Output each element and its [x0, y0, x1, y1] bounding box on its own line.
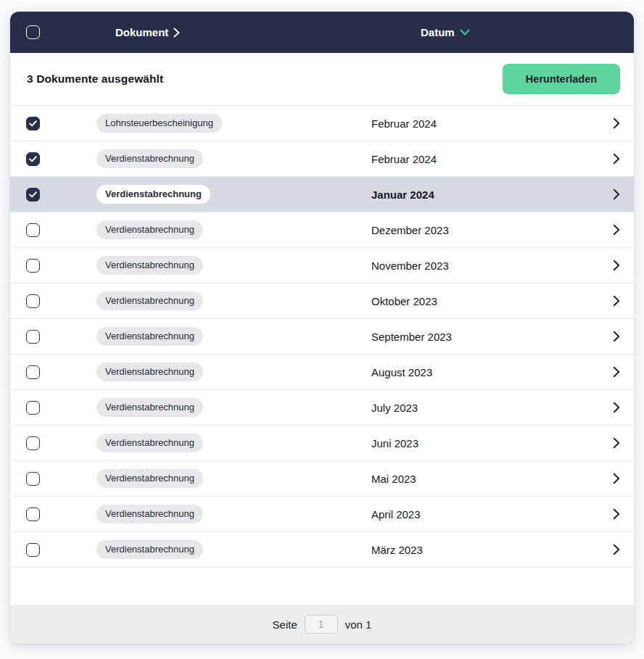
- pagination-von-label: von 1: [345, 618, 372, 631]
- row-date: Januar 2024: [371, 188, 599, 201]
- table-row[interactable]: Verdienstabrechnung Juni 2023: [10, 426, 634, 461]
- table-row[interactable]: Lohnsteuerbescheinigung Februar 2024: [10, 106, 634, 141]
- document-type-badge: Lohnsteuerbescheinigung: [96, 114, 222, 133]
- column-header-dokument[interactable]: Dokument: [115, 12, 180, 53]
- document-type-badge: Verdienstabrechnung: [96, 434, 203, 452]
- document-type-badge: Verdienstabrechnung: [96, 220, 203, 239]
- selection-bar: 3 Dokumente ausgewählt Herunterladen: [10, 53, 634, 106]
- row-date: Mai 2023: [371, 473, 599, 485]
- document-table-body: Lohnsteuerbescheinigung Februar 2024 Ver…: [10, 106, 634, 568]
- column-header-datum-label: Datum: [421, 26, 455, 38]
- row-date: July 2023: [371, 402, 599, 414]
- row-checkbox[interactable]: [26, 117, 40, 130]
- table-header: Dokument Datum: [10, 12, 634, 53]
- table-row[interactable]: Verdienstabrechnung Januar 2024: [10, 177, 634, 212]
- row-date: Oktober 2023: [371, 295, 599, 307]
- documents-panel: Dokument Datum 3 Dokumente ausgewählt He…: [10, 12, 634, 644]
- row-date: September 2023: [371, 331, 599, 343]
- document-type-badge: Verdienstabrechnung: [96, 398, 203, 417]
- selection-count-text: 3 Dokumente ausgewählt: [27, 72, 163, 86]
- row-date: April 2023: [371, 508, 599, 521]
- row-date: Juni 2023: [371, 437, 599, 449]
- chevron-right-icon[interactable]: [613, 331, 620, 342]
- chevron-right-icon[interactable]: [613, 260, 620, 271]
- chevron-right-icon[interactable]: [613, 437, 620, 449]
- chevron-right-icon[interactable]: [613, 366, 620, 378]
- chevron-right-icon[interactable]: [613, 473, 620, 484]
- row-checkbox[interactable]: [26, 543, 40, 557]
- row-chevron-cell: [599, 295, 634, 307]
- row-checkbox[interactable]: [26, 472, 40, 486]
- row-checkbox-cell: [10, 294, 96, 308]
- row-checkbox[interactable]: [26, 294, 40, 308]
- row-chevron-cell: [599, 508, 634, 520]
- row-date: November 2023: [371, 260, 599, 272]
- row-checkbox[interactable]: [26, 152, 40, 166]
- chevron-right-icon[interactable]: [613, 224, 620, 236]
- row-chevron-cell: [599, 188, 634, 200]
- table-row[interactable]: Verdienstabrechnung März 2023: [10, 532, 634, 568]
- row-chevron-cell: [599, 366, 634, 378]
- row-checkbox-cell: [10, 543, 96, 557]
- row-checkbox-cell: [10, 259, 96, 273]
- table-row[interactable]: Verdienstabrechnung April 2023: [10, 497, 634, 532]
- row-date: März 2023: [371, 544, 599, 556]
- table-empty-space: [10, 568, 634, 605]
- row-chevron-cell: [599, 473, 634, 484]
- row-chevron-cell: [599, 117, 634, 129]
- table-row[interactable]: Verdienstabrechnung September 2023: [10, 319, 634, 355]
- row-checkbox[interactable]: [26, 188, 40, 202]
- chevron-right-icon: [173, 28, 180, 38]
- row-chevron-cell: [599, 260, 634, 271]
- row-date: Februar 2024: [371, 117, 599, 130]
- row-checkbox[interactable]: [26, 401, 40, 415]
- document-type-badge: Verdienstabrechnung: [96, 327, 203, 346]
- chevron-right-icon[interactable]: [613, 295, 620, 307]
- document-type-badge: Verdienstabrechnung: [96, 256, 203, 275]
- document-type-badge: Verdienstabrechnung: [96, 469, 203, 488]
- row-checkbox[interactable]: [26, 330, 40, 344]
- table-row[interactable]: Verdienstabrechnung November 2023: [10, 248, 634, 283]
- table-row[interactable]: Verdienstabrechnung Oktober 2023: [10, 283, 634, 319]
- row-checkbox-cell: [10, 507, 96, 521]
- chevron-right-icon[interactable]: [613, 153, 620, 165]
- document-type-badge: Verdienstabrechnung: [96, 185, 210, 204]
- pagination-seite-label: Seite: [273, 618, 297, 631]
- row-checkbox[interactable]: [26, 507, 40, 521]
- row-chevron-cell: [599, 402, 634, 413]
- table-row[interactable]: Verdienstabrechnung Mai 2023: [10, 461, 634, 497]
- row-checkbox[interactable]: [26, 365, 40, 379]
- row-chevron-cell: [599, 224, 634, 236]
- row-date: Dezember 2023: [371, 224, 599, 236]
- document-type-badge: Verdienstabrechnung: [96, 291, 203, 310]
- table-row[interactable]: Verdienstabrechnung Dezember 2023: [10, 212, 634, 248]
- row-checkbox[interactable]: [26, 259, 40, 273]
- chevron-right-icon[interactable]: [613, 544, 620, 555]
- row-checkbox[interactable]: [26, 436, 40, 450]
- row-chevron-cell: [599, 437, 634, 449]
- table-row[interactable]: Verdienstabrechnung July 2023: [10, 390, 634, 426]
- check-icon: [29, 120, 37, 127]
- chevron-right-icon[interactable]: [613, 402, 620, 413]
- row-chevron-cell: [599, 544, 634, 555]
- download-button[interactable]: Herunterladen: [503, 64, 620, 94]
- row-date: Februar 2024: [371, 153, 599, 165]
- row-checkbox[interactable]: [26, 223, 40, 237]
- row-chevron-cell: [599, 153, 634, 165]
- chevron-right-icon[interactable]: [613, 508, 620, 520]
- column-header-datum[interactable]: Datum: [421, 12, 470, 53]
- row-checkbox-cell: [10, 117, 96, 130]
- chevron-right-icon[interactable]: [613, 117, 620, 129]
- chevron-right-icon[interactable]: [613, 188, 620, 200]
- row-checkbox-cell: [10, 436, 96, 450]
- row-checkbox-cell: [10, 472, 96, 486]
- row-date: August 2023: [371, 366, 599, 378]
- row-checkbox-cell: [10, 152, 96, 166]
- table-row[interactable]: Verdienstabrechnung Februar 2024: [10, 141, 634, 177]
- document-type-badge: Verdienstabrechnung: [96, 540, 203, 559]
- page-number-input[interactable]: [305, 615, 338, 634]
- table-row[interactable]: Verdienstabrechnung August 2023: [10, 355, 634, 390]
- document-type-badge: Verdienstabrechnung: [96, 362, 203, 381]
- select-all-checkbox[interactable]: [26, 25, 40, 39]
- row-checkbox-cell: [10, 223, 96, 237]
